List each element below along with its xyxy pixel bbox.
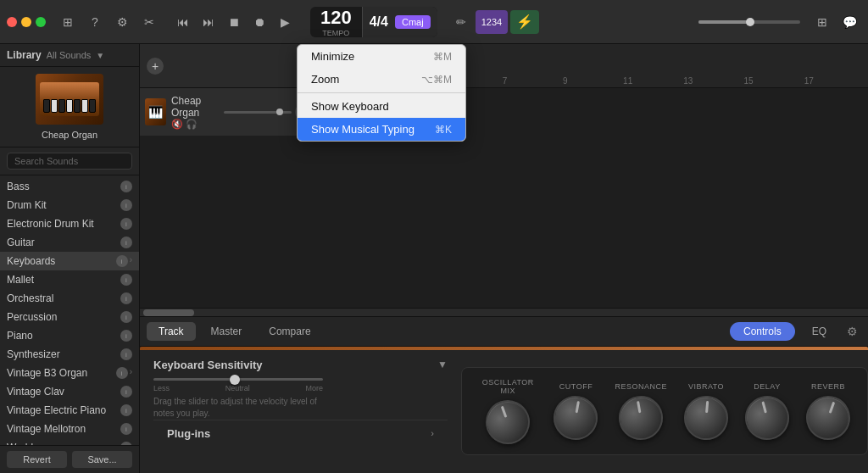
time-signature[interactable]: 4/4 Cmaj [362,7,437,37]
volume-slider[interactable] [224,111,292,114]
list-item[interactable]: Vintage Mellotron i [0,420,139,438]
eq-button[interactable]: EQ [798,322,840,341]
track-name: Cheap Organ [171,95,219,119]
tab-compare[interactable]: Compare [257,322,322,341]
list-item[interactable]: Mallet i [0,270,139,289]
list-item[interactable]: Keyboards i › [0,252,139,270]
sound-info-icon[interactable]: i [120,218,132,230]
panel-settings-icon[interactable]: ⚙ [843,325,861,338]
list-item[interactable]: Bass i [0,177,139,196]
sound-info-icon[interactable]: i [116,255,128,267]
instrument-name: Cheap Organ [42,130,97,140]
settings-icon[interactable]: ⚙ [110,10,134,34]
rewind-button[interactable]: ⏮ [171,10,195,34]
list-item[interactable]: Vintage B3 Organ i › [0,364,139,382]
menu-shortcut: ⌘K [435,124,452,136]
menu-item[interactable]: Show Musical Typing ⌘K [298,118,465,141]
kb-sensitivity-slider[interactable] [153,378,323,381]
controls-button[interactable]: Controls [730,322,795,341]
slider-labels: Less Neutral More [153,384,323,392]
sound-info-icon[interactable]: i [116,367,128,379]
sound-info-icon[interactable]: i [120,404,132,416]
track-info: 🎹 Cheap Organ 🔇 🎧 ○ [140,88,318,136]
track-area: + 1357911131517 🎹 Cheap Organ 🔇 🎧 [140,44,868,316]
grid-icon[interactable]: ⊞ [810,10,834,34]
chat-icon[interactable]: 💬 [837,10,861,34]
sound-item-label: Synthesizer [7,348,60,360]
mute-icon[interactable]: 🔇 [171,119,183,130]
list-item[interactable]: Drum Kit i [0,196,139,214]
close-button[interactable] [7,17,17,27]
sound-item-label: Keyboards [7,255,55,267]
list-item[interactable]: Percussion i [0,308,139,326]
sound-info-icon[interactable]: i [120,423,132,435]
list-item[interactable]: Orchestral i [0,289,139,308]
knob[interactable] [740,392,794,446]
list-item[interactable]: Synthesizer i [0,345,139,364]
help-icon[interactable]: ? [83,10,107,34]
list-item[interactable]: World i [0,438,139,445]
library-preview: Cheap Organ [0,67,139,147]
pencil-icon[interactable]: ✏ [449,10,473,34]
knob[interactable] [800,390,857,447]
menu-shortcut: ⌥⌘M [421,74,452,86]
revert-button[interactable]: Revert [7,451,67,468]
save-button[interactable]: Save... [72,451,132,468]
list-item[interactable]: Guitar i [0,233,139,252]
sound-info-icon[interactable]: i [120,236,132,248]
list-item[interactable]: Electronic Drum Kit i [0,214,139,233]
search-input[interactable] [7,153,132,170]
tab-track[interactable]: Track [147,322,196,341]
knob-label: RESONANCE [615,382,667,391]
sound-info-icon[interactable]: i [120,181,132,192]
tempo-label: TEMPO [320,29,352,37]
menu-item[interactable]: Zoom ⌥⌘M [298,68,465,91]
sound-info-icon[interactable]: i [120,348,132,360]
kb-description: Drag the slider to adjust the velocity l… [153,396,323,420]
sidebar: Library All Sounds ▼ Cheap [0,44,140,473]
sound-item-icons: i [120,181,132,192]
controls-right: Controls EQ ⚙ [730,322,861,341]
horizontal-scrollbar[interactable] [140,308,868,316]
sound-item-icons: i [120,292,132,304]
chevron-right-icon: › [130,255,132,267]
sound-info-icon[interactable]: i [120,274,132,286]
time-sig-value: 4/4 [370,14,388,30]
kb-expand-icon[interactable]: ▼ [437,359,448,370]
list-item[interactable]: Piano i [0,326,139,345]
list-item[interactable]: Vintage Clav i [0,382,139,401]
add-track-button[interactable]: + [147,58,164,75]
sound-info-icon[interactable]: i [120,199,132,211]
knob[interactable] [480,394,537,451]
record-button[interactable]: ⏺ [248,10,271,34]
badge-1[interactable]: 1234 [476,10,508,34]
organ-key-6 [81,99,88,113]
stop-button[interactable]: ⏹ [222,10,246,34]
sound-info-icon[interactable]: i [120,330,132,342]
list-item[interactable]: Vintage Electric Piano i [0,401,139,420]
tempo-display[interactable]: 120 TEMPO 4/4 Cmaj [310,7,437,37]
library-icon[interactable]: ⊞ [56,10,80,34]
sound-info-icon[interactable]: i [120,292,132,304]
slider-label-neutral: Neutral [225,384,250,392]
play-button[interactable]: ▶ [273,10,297,34]
menu-item[interactable]: Minimize ⌘M [298,45,465,68]
organ-key-1 [43,99,50,113]
headphone-icon[interactable]: 🎧 [186,119,198,130]
bottom-tabs: Track Master Compare Controls EQ ⚙ [140,317,868,347]
knob[interactable] [682,394,730,442]
menu-item[interactable]: Show Keyboard [298,95,465,118]
plugins-row[interactable]: Plug-ins › [153,420,448,447]
skip-forward-button[interactable]: ⏭ [197,10,220,34]
tab-master[interactable]: Master [199,322,254,341]
maximize-button[interactable] [36,17,46,27]
master-volume-slider[interactable] [698,20,800,24]
sound-info-icon[interactable]: i [120,386,132,398]
sound-item-icons: i [120,311,132,323]
sound-info-icon[interactable]: i [120,311,132,323]
knob[interactable] [550,392,601,443]
sound-item-icons: i › [116,255,132,267]
menu-item-label: Minimize [311,50,354,63]
minimize-button[interactable] [21,17,31,27]
knob[interactable] [615,392,666,443]
